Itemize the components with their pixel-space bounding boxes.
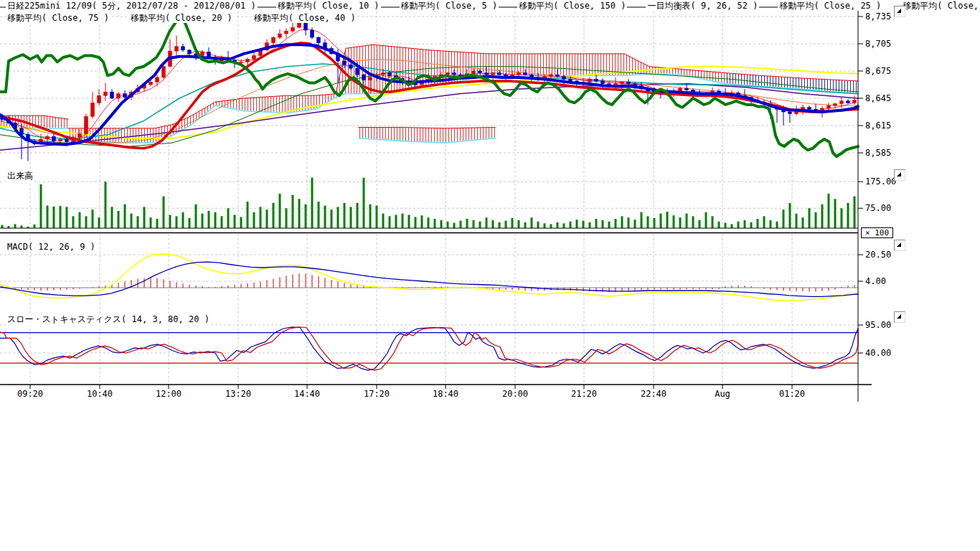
chart-title: 日経225mini 12/09( 5分, 2012/07/28 - 2012/0… [6,1,258,11]
indicator-legend-row2-2: 移動平均( Close, 40 ) [253,14,357,23]
price-tick-0: 8,735 [865,12,891,22]
time-label-10: Aug [702,390,743,399]
volume-panel-label: 出来高 [6,170,34,182]
time-label-2: 12:00 [149,390,189,399]
macd-tick-1: 4.00 [865,277,886,286]
panel-restore-button-1[interactable] [894,169,905,181]
panel-restore-button-2[interactable] [894,240,905,251]
stochastics-panel [0,327,858,370]
header-row-1: 日経225mini 12/09( 5分, 2012/07/28 - 2012/0… [6,1,980,11]
price-panel [0,29,858,151]
indicator-legend-row1-4: 移動平均( Close, 25 ) [778,1,882,11]
macd-panel [0,254,858,301]
chart-canvas[interactable] [0,0,980,551]
time-label-0: 09:20 [10,390,50,399]
indicator-legend-row1-1: 移動平均( Close, 5 ) [400,1,499,11]
volume-tick-1: 75.00 [865,204,891,213]
volume-multiplier-badge: × 100 [861,227,893,238]
header-row-2: 移動平均( Close, 75 )移動平均( Close, 20 )移動平均( … [6,14,357,23]
time-label-4: 14:40 [287,390,327,399]
indicator-legend-row1-0: 移動平均( Close, 10 ) [276,1,381,11]
stoch-tick-0: 95.00 [865,321,891,330]
time-label-11: 01:20 [772,390,812,399]
price-tick-2: 8,675 [865,67,891,76]
volume-tick-0: 175.00 [865,177,896,187]
time-label-5: 17:20 [357,390,397,399]
volume-panel [0,178,858,233]
price-tick-3: 8,645 [865,94,891,103]
indicator-legend-row2-1: 移動平均( Close, 20 ) [129,14,234,23]
time-label-9: 22:40 [633,390,674,399]
macd-panel-label: MACD( 12, 26, 9 ) [6,242,97,252]
indicator-legend-row1-2: 移動平均( Close, 150 ) [517,1,627,11]
price-tick-4: 8,615 [865,121,891,131]
price-tick-5: 8,585 [865,149,891,158]
stochastics-panel-label: スロー・ストキャスティクス( 14, 3, 80, 20 ) [6,314,211,326]
indicator-legend-row1-5: 移動平均( Close, 75 ) [901,1,980,11]
panel-restore-button-0[interactable] [894,6,905,17]
stoch-tick-1: 40.00 [865,349,891,358]
stoch-k-line [0,327,858,370]
time-label-6: 18:40 [425,390,466,399]
time-label-7: 20:00 [495,390,535,399]
indicator-legend-row1-3: 一目均衡表( 9, 26, 52 ) [646,1,759,11]
chart-application-window: 日経225mini 12/09( 5分, 2012/07/28 - 2012/0… [0,0,980,551]
time-label-8: 21:20 [564,390,604,399]
indicator-legend-row2-0: 移動平均( Close, 75 ) [6,14,110,23]
stoch-d-line [0,327,858,370]
panel-restore-button-3[interactable] [894,311,905,323]
time-label-3: 13:20 [218,390,258,399]
time-label-1: 10:40 [80,390,120,399]
macd-tick-0: 20.50 [865,250,891,260]
macd-signal-line [0,262,858,296]
macd-line [0,254,858,301]
price-tick-1: 8,705 [865,39,891,49]
